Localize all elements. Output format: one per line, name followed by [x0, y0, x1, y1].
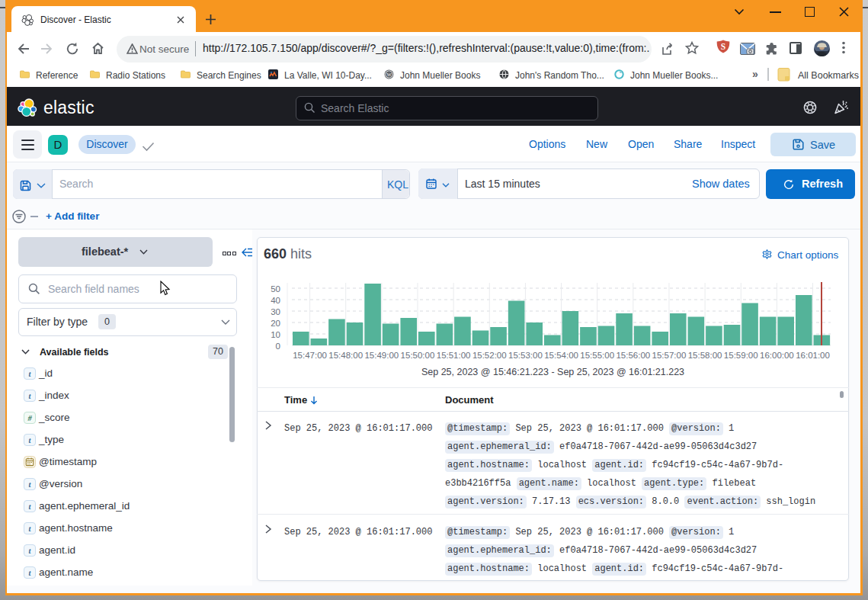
- svg-text:S: S: [721, 42, 725, 51]
- svg-text:W: W: [386, 72, 392, 77]
